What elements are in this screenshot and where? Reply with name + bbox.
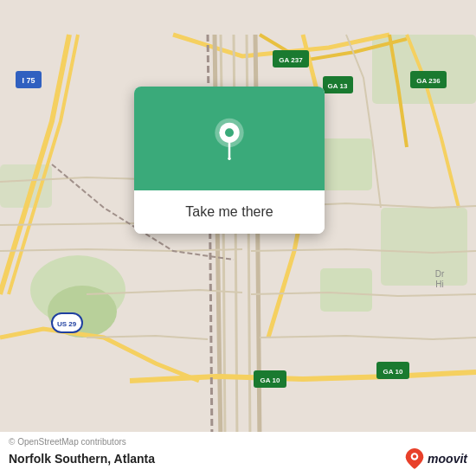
location-name: Norfolk Southern, Atlanta xyxy=(9,452,155,466)
location-pin-icon xyxy=(208,117,251,160)
svg-rect-5 xyxy=(381,208,467,286)
svg-rect-4 xyxy=(320,268,372,312)
svg-text:GA 237: GA 237 xyxy=(279,56,303,64)
svg-point-29 xyxy=(413,454,416,458)
bottom-bar: © OpenStreetMap contributors Norfolk Sou… xyxy=(0,432,476,476)
svg-point-27 xyxy=(228,158,230,160)
svg-text:GA 10: GA 10 xyxy=(261,376,280,384)
svg-text:Dr: Dr xyxy=(435,269,445,279)
map-svg: I 75 GA 237 GA 13 GA 236 US 29 GA 10 GA … xyxy=(0,0,476,476)
popup-button-area[interactable]: Take me there xyxy=(134,190,325,234)
take-me-there-button[interactable]: Take me there xyxy=(178,201,280,223)
svg-text:I 75: I 75 xyxy=(22,76,35,85)
location-info: Norfolk Southern, Atlanta moovit xyxy=(9,448,467,469)
svg-point-26 xyxy=(225,128,234,137)
moovit-icon xyxy=(404,448,425,469)
svg-text:Hi: Hi xyxy=(435,280,443,289)
svg-text:GA 10: GA 10 xyxy=(383,368,403,376)
moovit-text: moovit xyxy=(428,452,467,466)
popup-header xyxy=(134,87,325,190)
map-attribution: © OpenStreetMap contributors xyxy=(9,437,467,447)
moovit-logo: moovit xyxy=(404,448,467,469)
location-popup: Take me there xyxy=(134,87,325,234)
map-container: I 75 GA 237 GA 13 GA 236 US 29 GA 10 GA … xyxy=(0,0,476,476)
svg-text:GA 236: GA 236 xyxy=(416,77,441,85)
svg-text:US 29: US 29 xyxy=(57,320,77,328)
svg-text:GA 13: GA 13 xyxy=(328,82,348,90)
